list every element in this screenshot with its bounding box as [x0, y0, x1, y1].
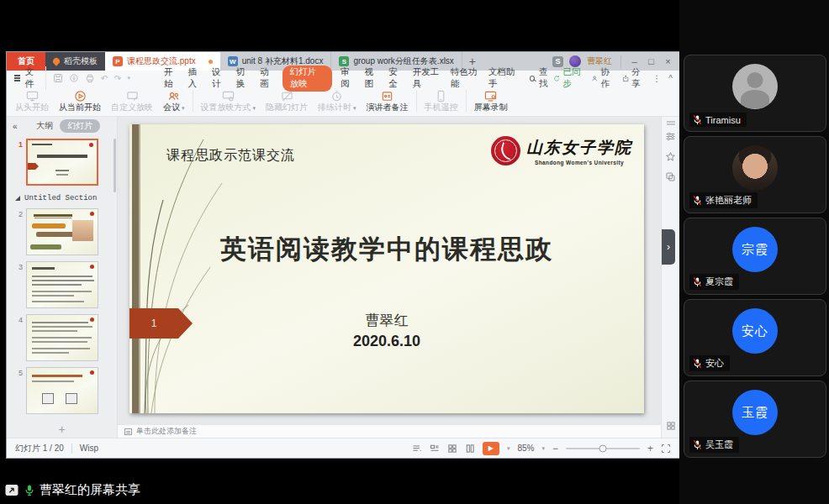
collaborate-button[interactable]: 协作	[591, 66, 615, 90]
notes-icon	[124, 428, 132, 435]
zoom-in-button[interactable]: +	[647, 443, 653, 454]
setup-show-button[interactable]: 设置放映方式▾	[196, 87, 261, 115]
muted-mic-icon	[692, 439, 703, 450]
collapse-sidebar-icon[interactable]: «	[13, 122, 18, 131]
statusbar-divider	[71, 444, 72, 454]
user-avatar[interactable]	[569, 55, 581, 67]
zoom-level[interactable]: 85%	[517, 444, 534, 453]
avatar-initials: 安心	[742, 323, 768, 339]
effects-icon[interactable]	[665, 151, 676, 162]
slide-thumbnail-1[interactable]	[26, 139, 98, 186]
slide-thumbnail-3[interactable]	[26, 261, 98, 308]
search-button[interactable]: 查找	[530, 66, 553, 90]
shapes-icon[interactable]	[665, 171, 676, 182]
speaker-notes-button[interactable]: 演讲者备注	[362, 87, 414, 115]
quick-access-caret-icon[interactable]: ▾	[127, 75, 130, 81]
collaborate-label: 协作	[600, 66, 614, 90]
strip-drag-handle[interactable]	[667, 121, 675, 123]
sidebar-scrollbar[interactable]	[114, 139, 116, 192]
muted-mic-icon	[692, 358, 703, 369]
slide-left-stripe	[132, 124, 139, 413]
expand-task-pane-button[interactable]: ›	[662, 229, 675, 265]
normal-view-icon[interactable]	[412, 444, 422, 454]
slide-thumbnail-5[interactable]	[26, 367, 98, 414]
section-header[interactable]: Untitled Section	[7, 188, 117, 205]
play-options-caret-icon[interactable]: ▾	[507, 445, 510, 452]
screen-record-button[interactable]: 屏幕录制	[469, 87, 513, 115]
redo-icon[interactable]: ↷	[114, 73, 122, 83]
participant-tile-1[interactable]: Tiramisu	[684, 55, 826, 132]
zoom-slider-thumb[interactable]	[599, 444, 606, 452]
export-icon[interactable]	[69, 73, 79, 83]
meeting-people-icon	[167, 90, 180, 102]
share-button[interactable]: 分享	[622, 66, 646, 90]
slide-title[interactable]: 英语阅读教学中的课程思政	[129, 232, 644, 267]
add-slide-button[interactable]: +	[58, 423, 65, 436]
hide-slide-button[interactable]: 隐藏幻灯片	[261, 87, 313, 115]
tab-docer[interactable]: 稻壳模板	[45, 52, 105, 71]
share-icon	[622, 74, 629, 83]
slide-header-text[interactable]: 课程思政示范课交流	[166, 147, 295, 165]
play-from-start-button[interactable]: 从头开始	[10, 87, 54, 115]
ppt-file-icon: P	[113, 56, 123, 66]
object-layout-icon[interactable]	[666, 421, 676, 433]
slide-1-canvas[interactable]: 课程思政示范课交流 山东女子学院 Shandong Women's Univer…	[129, 124, 644, 413]
zoom-out-button[interactable]: −	[552, 443, 558, 454]
participant-name: 安心	[705, 357, 724, 370]
meeting-button[interactable]: 会议▾	[158, 87, 190, 115]
slide-sorter-view-icon[interactable]	[430, 444, 440, 454]
search-icon	[530, 76, 535, 81]
modified-dot-icon	[209, 60, 213, 64]
slide-author[interactable]: 曹翠红	[129, 311, 644, 330]
phone-icon	[435, 90, 447, 102]
zoom-caret-icon[interactable]: ▾	[541, 445, 545, 452]
participant-tile-3[interactable]: 宗霞 夏宗霞	[684, 218, 826, 295]
phone-remote-button[interactable]: 手机遥控	[420, 87, 463, 115]
slide-date[interactable]: 2020.6.10	[129, 333, 644, 350]
tab-outline[interactable]: 大纲	[36, 120, 53, 132]
setup-show-icon	[222, 90, 235, 102]
screen-record-icon	[484, 90, 497, 102]
grid-view-icon[interactable]	[447, 444, 457, 454]
play-slideshow-button[interactable]: ▶	[483, 442, 499, 455]
search-label: 查找	[539, 66, 553, 90]
reading-view-icon[interactable]	[465, 444, 475, 454]
notes-bar[interactable]: 单击此处添加备注	[118, 424, 661, 438]
slide-counter: 幻灯片 1 / 20	[15, 443, 64, 454]
monitor-play-icon	[26, 90, 39, 102]
thumbnail-row-1: 1	[7, 135, 117, 188]
participant-name: Tiramisu	[705, 115, 741, 125]
properties-icon[interactable]	[665, 131, 676, 142]
play-from-current-button[interactable]: 从当前开始	[54, 87, 106, 115]
zoom-slider[interactable]	[566, 448, 640, 449]
tab-slides[interactable]: 幻灯片	[60, 119, 100, 133]
initials-avatar: 宗霞	[732, 227, 778, 272]
university-logo[interactable]: 山东女子学院 Shandong Women's University	[491, 136, 632, 165]
participant-tile-4[interactable]: 安心 安心	[684, 299, 826, 376]
undo-icon[interactable]: ↶	[101, 73, 108, 83]
app-s-badge[interactable]: S	[552, 56, 563, 67]
participant-tile-2[interactable]: 张艳丽老师	[684, 136, 826, 213]
custom-show-icon	[126, 90, 139, 102]
language-indicator[interactable]: Wisp	[80, 444, 98, 453]
custom-show-button[interactable]: 自定义放映	[106, 87, 158, 115]
sync-status[interactable]: 已同步	[553, 66, 583, 90]
slide-thumbnail-2[interactable]	[26, 208, 98, 255]
docer-flame-icon	[51, 56, 61, 66]
status-bar: 幻灯片 1 / 20 Wisp ▶ ▾ 85% ▾ − +	[7, 438, 679, 458]
share-banner-text: 曹翠红的屏幕共享	[40, 482, 140, 498]
thumbnail-row-4: 4	[7, 311, 117, 364]
user-name[interactable]: 曹翠红	[587, 55, 612, 67]
silhouette-avatar	[732, 64, 778, 109]
sync-icon	[553, 74, 561, 83]
save-icon[interactable]	[53, 73, 63, 83]
participant-tile-5[interactable]: 玉霞 吴玉霞	[684, 381, 826, 458]
print-icon[interactable]	[85, 73, 95, 83]
participant-label: 张艳丽老师	[689, 192, 758, 208]
slide-thumbnail-4[interactable]	[26, 314, 98, 361]
fullscreen-icon[interactable]	[661, 444, 671, 454]
more-options-icon[interactable]: ⋮	[652, 74, 661, 83]
collapse-ribbon-icon[interactable]: ^	[668, 74, 673, 83]
participant-label: 吴玉霞	[689, 437, 739, 453]
rehearse-timing-button[interactable]: 排练计时▾	[313, 87, 362, 115]
